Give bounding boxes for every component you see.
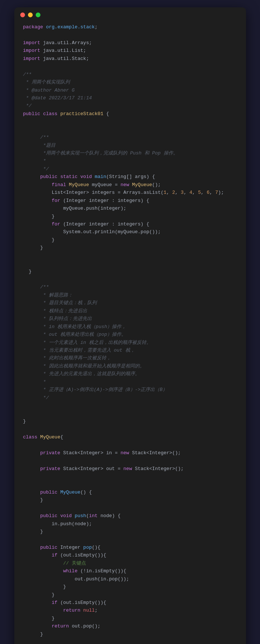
maximize-dot[interactable] — [36, 13, 40, 17]
code-content: package org.example.stack; import java.u… — [14, 21, 246, 644]
titlebar — [14, 7, 246, 21]
code-window: package org.example.stack; import java.u… — [14, 7, 246, 644]
close-dot[interactable] — [20, 13, 25, 17]
minimize-dot[interactable] — [28, 13, 33, 17]
